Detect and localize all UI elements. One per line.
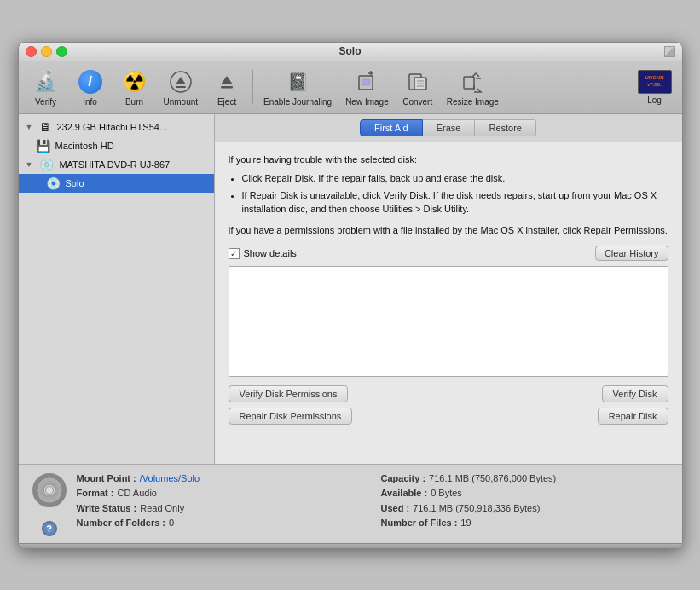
info-bullet1: Click Repair Disk. If the repair fails, … [242, 171, 668, 186]
svg-rect-2 [176, 86, 186, 88]
new-image-label: New Image [345, 97, 389, 107]
available-key: Available : [381, 486, 428, 501]
format-key: Format : [77, 486, 114, 501]
convert-icon [404, 68, 431, 95]
verify-icon: 🔬 [32, 68, 60, 95]
expand-arrow-matshita: ▼ [26, 160, 33, 169]
info-row-mount-point: Mount Point : /Volumes/Solo [77, 471, 364, 487]
files-value: 19 [460, 516, 471, 531]
available-value: 0 Bytes [431, 486, 462, 501]
minimize-button[interactable] [41, 46, 52, 57]
toolbar-separator-1 [252, 70, 253, 104]
close-button[interactable] [26, 46, 37, 57]
folders-value: 0 [169, 516, 174, 531]
toolbar-resize-image[interactable]: Resize Image [442, 65, 504, 110]
info-row-write-status: Write Status : Read Only [77, 501, 364, 517]
right-panel: First Aid Erase Restore If you're having… [215, 114, 682, 464]
show-details-row: ✓ Show details Clear History [229, 246, 668, 261]
write-status-key: Write Status : [77, 501, 137, 517]
resize-image-label: Resize Image [447, 97, 499, 107]
resize-handle[interactable] [664, 46, 675, 57]
macintosh-hd-icon: 💾 [36, 139, 50, 153]
repair-disk-button[interactable]: Repair Disk [598, 408, 668, 425]
enable-journaling-icon: 📓 [284, 68, 311, 95]
matshita-icon: 💿 [39, 158, 54, 171]
verify-disk-permissions-button[interactable]: Verify Disk Permissions [229, 385, 349, 402]
info-row-used: Used : 716.1 MB (750,918,336 Bytes) [381, 501, 668, 517]
disk1-label: 232.9 GB Hitachi HTS54... [56, 122, 167, 132]
expand-arrow-disk1: ▼ [26, 123, 33, 131]
mount-point-value[interactable]: /Volumes/Solo [140, 471, 200, 487]
toolbar-enable-journaling[interactable]: 📓 Enable Journaling [258, 65, 337, 110]
files-key: Number of Files : [381, 516, 458, 531]
main-content: ▼ 🖥 232.9 GB Hitachi HTS54... 💾 Macintos… [19, 114, 682, 464]
info-grid: Mount Point : /Volumes/Solo Format : CD … [77, 471, 668, 531]
log-icon: URGNNv7.86: [638, 70, 672, 94]
info-row-format: Format : CD Audio [77, 486, 364, 501]
unmount-label: Unmount [164, 97, 199, 107]
matshita-label: MATSHITA DVD-R UJ-867 [59, 159, 170, 170]
used-value: 716.1 MB (750,918,336 Bytes) [413, 501, 540, 517]
toolbar-eject[interactable]: Eject [206, 65, 247, 110]
maximize-button[interactable] [56, 46, 67, 57]
tabs-bar: First Aid Erase Restore [215, 114, 682, 142]
info-row-folders: Number of Folders : 0 [77, 516, 364, 531]
window-title: Solo [339, 45, 362, 57]
svg-marker-3 [221, 76, 233, 84]
info-row-files: Number of Files : 19 [381, 516, 668, 531]
capacity-key: Capacity : [381, 471, 426, 487]
titlebar-buttons [26, 46, 67, 57]
sidebar-item-solo[interactable]: 💿 Solo [19, 174, 214, 193]
info-row-capacity: Capacity : 716.1 MB (750,876,000 Bytes) [381, 471, 668, 487]
toolbar-info[interactable]: i Info [70, 65, 111, 110]
main-window: Solo 🔬 Verify i Info ☢️ Burn [18, 42, 683, 549]
info-icon: i [77, 68, 104, 95]
button-row-repair: Repair Disk Permissions Repair Disk [229, 408, 668, 425]
info-col-left: Mount Point : /Volumes/Solo Format : CD … [77, 471, 364, 531]
toolbar-new-image[interactable]: New Image [340, 65, 394, 110]
tab-erase[interactable]: Erase [423, 119, 476, 136]
info-bullets: Click Repair Disk. If the repair fails, … [229, 171, 668, 217]
write-status-value: Read Only [140, 501, 184, 517]
toolbar-verify[interactable]: 🔬 Verify [26, 65, 67, 110]
sidebar-item-matshita[interactable]: ▼ 💿 MATSHITA DVD-R UJ-867 [19, 155, 214, 174]
info-paragraph1: If you're having trouble with the select… [229, 153, 668, 167]
tab-restore[interactable]: Restore [475, 119, 536, 136]
info-text: If you're having trouble with the select… [229, 153, 668, 238]
resize-image-icon [459, 68, 486, 95]
capacity-value: 716.1 MB (750,876,000 Bytes) [429, 471, 556, 487]
format-value: CD Audio [118, 486, 157, 501]
toolbar-convert[interactable]: Convert [397, 65, 438, 110]
folders-key: Number of Folders : [77, 516, 166, 531]
svg-marker-1 [176, 77, 186, 84]
solo-label: Solo [66, 178, 84, 188]
titlebar: Solo [19, 43, 682, 61]
details-box[interactable] [229, 266, 668, 377]
info-bullet2: If Repair Disk is unavailable, click Ver… [242, 188, 668, 217]
svg-rect-4 [221, 86, 233, 89]
toolbar-burn[interactable]: ☢️ Burn [114, 65, 155, 110]
info-icon-circle: i [78, 70, 102, 94]
button-row-permissions: Verify Disk Permissions Verify Disk [229, 385, 668, 402]
help-icon[interactable]: ? [42, 521, 57, 536]
bottom-panel: ? Mount Point : /Volumes/Solo Format : C… [19, 464, 682, 543]
svg-rect-14 [464, 77, 474, 89]
repair-disk-permissions-button[interactable]: Repair Disk Permissions [229, 408, 353, 425]
cd-icon [32, 473, 67, 507]
clear-history-button[interactable]: Clear History [595, 246, 668, 261]
solo-icon: 💿 [46, 176, 61, 190]
burn-label: Burn [125, 97, 143, 107]
toolbar-unmount[interactable]: Unmount [159, 65, 204, 110]
unmount-icon [167, 68, 194, 95]
show-details-left: ✓ Show details [229, 248, 297, 259]
sidebar-item-disk1[interactable]: ▼ 🖥 232.9 GB Hitachi HTS54... [19, 118, 214, 136]
toolbar-log[interactable]: URGNNv7.86: Log [634, 68, 675, 107]
verify-disk-button[interactable]: Verify Disk [602, 385, 668, 402]
show-details-checkbox[interactable]: ✓ [229, 248, 240, 259]
first-aid-content: If you're having trouble with the select… [215, 142, 682, 464]
burn-icon: ☢️ [121, 68, 148, 95]
verify-label: Verify [35, 97, 56, 107]
sidebar-item-macintosh-hd[interactable]: 💾 Macintosh HD [19, 136, 214, 155]
used-key: Used : [381, 501, 410, 517]
tab-first-aid[interactable]: First Aid [360, 119, 423, 136]
